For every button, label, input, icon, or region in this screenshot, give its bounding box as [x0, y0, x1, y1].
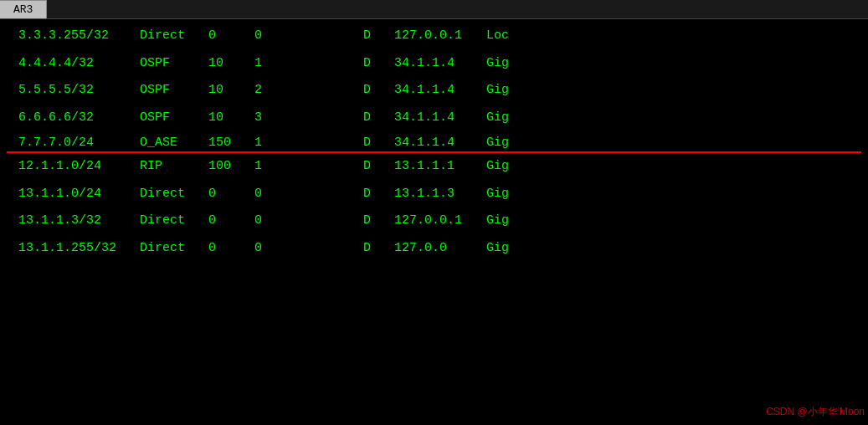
tab-ar3[interactable]: AR3	[0, 0, 47, 18]
table-row: 6.6.6.6/32OSPF103D34.1.1.4Gig	[7, 105, 861, 132]
table-row: 13.1.1.255/32Direct00D127.0.0Gig	[7, 235, 861, 263]
table-row: 4.4.4.4/32OSPF101D34.1.1.4Gig	[7, 50, 861, 78]
table-row: 5.5.5.5/32OSPF102D34.1.1.4Gig	[7, 77, 861, 105]
route-table: 3.3.3.255/32Direct00D127.0.0.1Loc4.4.4.4…	[7, 23, 861, 262]
watermark: CSDN @小年华'Moon	[766, 405, 865, 419]
table-row: 12.1.1.0/24RIP1001D13.1.1.1Gig	[7, 152, 861, 181]
table-row: 13.1.1.3/32Direct00D127.0.0.1Gig	[7, 207, 861, 235]
table-row: 3.3.3.255/32Direct00D127.0.0.1Loc	[7, 23, 861, 50]
terminal: 3.3.3.255/32Direct00D127.0.0.1Loc4.4.4.4…	[0, 19, 868, 422]
tab-bar: AR3	[0, 0, 868, 19]
table-row: 13.1.1.0/24Direct00D13.1.1.3Gig	[7, 181, 861, 208]
table-row: 7.7.7.0/24O_ASE1501D34.1.1.4Gig	[7, 131, 861, 152]
